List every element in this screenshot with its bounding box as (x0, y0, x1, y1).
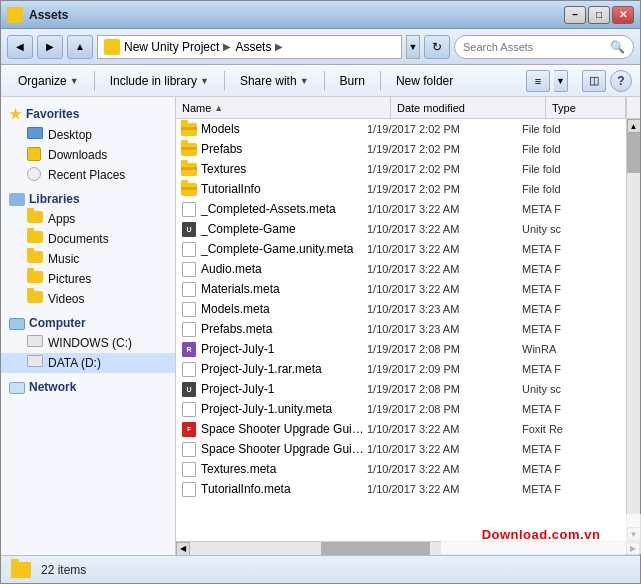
file-icon: R (180, 341, 198, 357)
table-row[interactable]: U _Complete-Game 1/10/2017 3:22 AM Unity… (176, 219, 626, 239)
up-button[interactable]: ▲ (67, 35, 93, 59)
preview-button[interactable]: ◫ (582, 70, 606, 92)
table-row[interactable]: Prefabs.meta 1/10/2017 3:23 AM META F (176, 319, 626, 339)
scroll-track[interactable] (627, 133, 641, 527)
sidebar-item-pictures[interactable]: Pictures (1, 269, 175, 289)
file-date: 1/19/2017 2:02 PM (367, 163, 522, 175)
search-box[interactable]: 🔍 (454, 35, 634, 59)
title-bar: Assets – □ ✕ (1, 1, 640, 29)
table-row[interactable]: _Complete-Game.unity.meta 1/10/2017 3:22… (176, 239, 626, 259)
scroll-left-button[interactable]: ◀ (176, 542, 190, 556)
search-icon[interactable]: 🔍 (610, 40, 625, 54)
forward-button[interactable]: ▶ (37, 35, 63, 59)
computer-header[interactable]: Computer (1, 313, 175, 333)
vertical-scrollbar[interactable]: ▲ ▼ (626, 119, 640, 541)
breadcrumb-part1: New Unity Project (124, 40, 219, 54)
col-header-name[interactable]: Name ▲ (176, 97, 391, 118)
file-type: META F (522, 243, 622, 255)
file-icon: U (180, 221, 198, 237)
col-header-type[interactable]: Type (546, 97, 626, 118)
toolbar-separator-2 (224, 71, 225, 91)
sidebar-item-downloads[interactable]: Downloads (1, 145, 175, 165)
downloads-icon (27, 147, 43, 163)
table-row[interactable]: Textures 1/19/2017 2:02 PM File fold (176, 159, 626, 179)
network-section: Network (1, 377, 175, 397)
file-icon (180, 461, 198, 477)
table-row[interactable]: U Project-July-1 1/19/2017 2:08 PM Unity… (176, 379, 626, 399)
drive-c-icon (27, 335, 43, 351)
table-row[interactable]: _Completed-Assets.meta 1/10/2017 3:22 AM… (176, 199, 626, 219)
table-row[interactable]: Project-July-1.unity.meta 1/19/2017 2:08… (176, 399, 626, 419)
status-folder-icon (11, 562, 31, 578)
view-button[interactable]: ≡ (526, 70, 550, 92)
star-icon: ★ (9, 106, 22, 122)
new-folder-button[interactable]: New folder (387, 69, 462, 93)
back-button[interactable]: ◀ (7, 35, 33, 59)
table-row[interactable]: Space Shooter Upgrade Guide for Unity 5.… (176, 439, 626, 459)
sidebar-item-desktop[interactable]: Desktop (1, 125, 175, 145)
table-row[interactable]: TutorialInfo.meta 1/10/2017 3:22 AM META… (176, 479, 626, 499)
file-type: File fold (522, 123, 622, 135)
file-name: TutorialInfo.meta (198, 482, 367, 496)
sidebar-item-documents-label: Documents (48, 232, 109, 246)
table-row[interactable]: Textures.meta 1/10/2017 3:22 AM META F (176, 459, 626, 479)
table-row[interactable]: F Space Shooter Upgrade Guide for Unity … (176, 419, 626, 439)
file-name: Space Shooter Upgrade Guide for Unity 5.… (198, 442, 367, 456)
search-input[interactable] (463, 41, 606, 53)
favorites-header[interactable]: ★ Favorites (1, 103, 175, 125)
col-header-date[interactable]: Date modified (391, 97, 546, 118)
include-library-label: Include in library (110, 74, 197, 88)
sidebar-item-recent-places[interactable]: Recent Places (1, 165, 175, 185)
refresh-button[interactable]: ↻ (424, 35, 450, 59)
file-icon (180, 281, 198, 297)
share-with-button[interactable]: Share with ▼ (231, 69, 318, 93)
file-name: _Completed-Assets.meta (198, 202, 367, 216)
file-icon (180, 481, 198, 497)
address-dropdown-button[interactable]: ▼ (406, 35, 420, 59)
sidebar-item-data-d[interactable]: DATA (D:) (1, 353, 175, 373)
libraries-header[interactable]: Libraries (1, 189, 175, 209)
scroll-thumb[interactable] (627, 133, 641, 173)
file-icon (180, 401, 198, 417)
file-date: 1/19/2017 2:08 PM (367, 343, 522, 355)
sidebar-item-recent-label: Recent Places (48, 168, 125, 182)
sidebar-item-videos[interactable]: Videos (1, 289, 175, 309)
sidebar-item-apps[interactable]: Apps (1, 209, 175, 229)
file-name: Project-July-1.unity.meta (198, 402, 367, 416)
file-name: TutorialInfo (198, 182, 367, 196)
sidebar-item-music[interactable]: Music (1, 249, 175, 269)
minimize-button[interactable]: – (564, 6, 586, 24)
file-name: Models (198, 122, 367, 136)
network-header[interactable]: Network (1, 377, 175, 397)
burn-button[interactable]: Burn (331, 69, 374, 93)
table-row[interactable]: Project-July-1.rar.meta 1/19/2017 2:09 P… (176, 359, 626, 379)
h-scroll-thumb[interactable] (321, 542, 430, 556)
title-icon (7, 7, 23, 23)
table-row[interactable]: Audio.meta 1/10/2017 3:22 AM META F (176, 259, 626, 279)
help-button[interactable]: ? (610, 70, 632, 92)
organize-button[interactable]: Organize ▼ (9, 69, 88, 93)
table-row[interactable]: Prefabs 1/19/2017 2:02 PM File fold (176, 139, 626, 159)
close-button[interactable]: ✕ (612, 6, 634, 24)
table-row[interactable]: Materials.meta 1/10/2017 3:22 AM META F (176, 279, 626, 299)
window-controls: – □ ✕ (564, 6, 634, 24)
table-row[interactable]: Models.meta 1/10/2017 3:23 AM META F (176, 299, 626, 319)
breadcrumb-arrow2: ▶ (275, 41, 283, 52)
file-list[interactable]: Models 1/19/2017 2:02 PM File fold Prefa… (176, 119, 626, 541)
sidebar-item-downloads-label: Downloads (48, 148, 107, 162)
table-row[interactable]: R Project-July-1 1/19/2017 2:08 PM WinRA (176, 339, 626, 359)
column-headers: Name ▲ Date modified Type (176, 97, 640, 119)
include-library-button[interactable]: Include in library ▼ (101, 69, 218, 93)
address-bar: ◀ ▶ ▲ New Unity Project ▶ Assets ▶ ▼ ↻ 🔍 (1, 29, 640, 65)
table-row[interactable]: TutorialInfo 1/19/2017 2:02 PM File fold (176, 179, 626, 199)
sidebar-item-windows-c[interactable]: WINDOWS (C:) (1, 333, 175, 353)
view-split-button[interactable]: ▼ (554, 70, 568, 92)
scroll-up-button[interactable]: ▲ (627, 119, 641, 133)
file-icon (180, 261, 198, 277)
file-date: 1/10/2017 3:23 AM (367, 323, 522, 335)
maximize-button[interactable]: □ (588, 6, 610, 24)
address-breadcrumb[interactable]: New Unity Project ▶ Assets ▶ (97, 35, 402, 59)
sidebar-item-documents[interactable]: Documents (1, 229, 175, 249)
table-row[interactable]: Models 1/19/2017 2:02 PM File fold (176, 119, 626, 139)
share-with-dropdown-icon: ▼ (300, 76, 309, 86)
